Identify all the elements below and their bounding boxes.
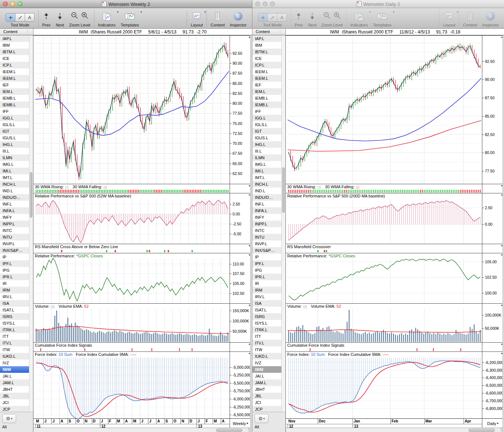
list-item[interactable]: INVP.L (252, 240, 282, 247)
list-item[interactable]: INFY (252, 214, 282, 221)
panel-rp[interactable]: Relative Performance vs S&P 500 (200D MA… (286, 193, 504, 244)
list-item[interactable]: IEF (0, 82, 29, 88)
action-gear-button[interactable]: ⚙▾ (2, 414, 16, 423)
list-item[interactable]: ITRK.L (252, 326, 282, 333)
axis-cfi[interactable]: ▾ (482, 343, 503, 351)
indicators-button[interactable]: ▾ Indicators (348, 10, 371, 28)
list-item[interactable]: ICP.L (252, 62, 282, 68)
panel-mans[interactable]: RS Mansfield Crossover▾ (286, 244, 504, 253)
list-item[interactable]: IVZ (0, 360, 29, 366)
axis-vol[interactable]: ▾100,000K50,000K (482, 304, 503, 342)
list-item[interactable]: INX/S&P… (0, 247, 29, 254)
list-item[interactable]: INTU (252, 234, 282, 240)
list-item[interactable]: JCI (252, 399, 282, 406)
list-item[interactable]: INTC (252, 227, 282, 234)
list-item[interactable]: ICE (252, 55, 282, 62)
list-item[interactable]: ILMN (0, 154, 29, 161)
list-item[interactable]: IRV.L (0, 293, 29, 300)
axis-vol[interactable]: ▾150,000K100,000K50,000K (230, 304, 251, 342)
list-item[interactable]: IEEM.L (0, 68, 29, 75)
panel-wma[interactable]: 30 WMA Rising:|||30 WMA Falling:|||▾ (33, 184, 252, 193)
list-item[interactable]: IR (252, 280, 282, 287)
list-item[interactable]: IP (0, 254, 29, 260)
sidebar-scrollbar[interactable] (281, 35, 285, 412)
list-item[interactable]: IBM (252, 42, 282, 49)
axis-gspc[interactable]: ▾110.00107.50105.00102.50 (230, 253, 251, 303)
axis-force[interactable]: ▾-6,200,000,-6,300,000,-6,400,000,-6,500… (482, 352, 503, 418)
list-item[interactable]: ISYS.L (0, 320, 29, 326)
list-item[interactable]: IPG (252, 267, 282, 274)
axis-wma[interactable]: ▾ (230, 184, 251, 193)
list-item[interactable]: JAM.L (0, 379, 29, 386)
list-item[interactable]: IEMB.L (0, 101, 29, 108)
list-item[interactable]: IEEM.L (252, 75, 282, 82)
list-item[interactable]: ITRK.L (0, 326, 29, 333)
list-item[interactable]: INFA.L (0, 207, 29, 214)
tool-mode-pointer-button[interactable] (6, 14, 15, 21)
list-item[interactable]: IRV.L (252, 293, 282, 300)
content-button[interactable]: Content (208, 10, 227, 28)
list-item[interactable]: ITW (252, 346, 282, 353)
list-item[interactable]: JAM.L (252, 379, 282, 386)
list-item[interactable]: IMT.L (0, 174, 29, 181)
list-item[interactable]: ITV.L (252, 340, 282, 346)
panel-rp[interactable]: Relative Performance vs S&P 500 (52W MA … (33, 193, 252, 244)
list-item[interactable]: IPG (0, 267, 29, 274)
list-item[interactable]: IGLS.L (252, 121, 282, 128)
list-item[interactable]: ISA (252, 300, 282, 307)
list-item[interactable]: III.L (0, 148, 29, 154)
list-item[interactable]: JAI.L (0, 373, 29, 379)
list-item[interactable]: IBTM.L (252, 49, 282, 55)
list-item[interactable]: ISRG (252, 313, 282, 320)
list-item[interactable]: IR (0, 280, 29, 287)
list-item[interactable]: IAP.L (0, 35, 29, 42)
list-item-selected[interactable]: IWM (252, 366, 282, 373)
list-item[interactable]: ITT (0, 333, 29, 340)
list-item[interactable]: ILMN (252, 154, 282, 161)
list-item[interactable]: IGT (252, 128, 282, 135)
list-item[interactable]: IP (252, 254, 282, 260)
sidebar-scrollbar[interactable] (29, 35, 33, 412)
list-item[interactable]: IGUS.L (252, 135, 282, 141)
scrollbar-thumb[interactable] (30, 172, 32, 218)
axis-gspc[interactable]: ▾105.00102.50100.00 (482, 253, 503, 303)
panel-price[interactable]: ▾92.5090.0087.5085.0082.5080.0077.5075.0… (33, 35, 252, 184)
axis-mans[interactable]: ▾ (482, 244, 503, 253)
panel-mans[interactable]: RS Mansfield Cross Above or Below Zero L… (33, 244, 252, 253)
vertical-scroll-strip[interactable] (503, 35, 504, 432)
list-item[interactable]: JBHT (252, 386, 282, 393)
panel-force[interactable]: Force Index: 10 Sum Force Index Cumulati… (33, 351, 252, 418)
list-item[interactable]: ICP.L (0, 62, 29, 68)
list-item[interactable]: IGG.L (252, 115, 282, 121)
tool-mode-pointer-button[interactable] (258, 14, 267, 21)
axis-force[interactable]: ▾-5,000,000,-5,250,000,-5,500,000,-5,750… (230, 352, 251, 418)
zoom-in-icon[interactable] (81, 11, 89, 21)
tool-mode-text-button[interactable]: A (25, 14, 34, 21)
list-item[interactable]: ITT (252, 333, 282, 340)
list-item[interactable]: INFY (0, 214, 29, 221)
layout-button[interactable]: ▾ Layout (188, 10, 205, 28)
axis-mans[interactable]: ▾ (230, 244, 251, 253)
list-item[interactable]: ICE (0, 55, 29, 62)
list-item[interactable]: IFF (0, 108, 29, 115)
list-item[interactable]: INTC (0, 227, 29, 234)
panel-price[interactable]: ▾92.5090.0087.5085.0082.5080.0077.50 (286, 35, 504, 184)
panel-gspc[interactable]: Relative Performance: ^GSPC Closes▾105.0… (286, 253, 504, 303)
list-item[interactable]: IND.L (0, 188, 29, 194)
list-item[interactable]: IFF (252, 108, 282, 115)
list-item[interactable]: INFA.L (252, 207, 282, 214)
list-item[interactable]: JCI (0, 399, 29, 406)
list-item[interactable]: INX/S&P… (252, 247, 282, 254)
list-item[interactable]: INPP.L (0, 221, 29, 227)
scrollbar-thumb[interactable] (282, 167, 285, 213)
horizontal-scrollbar[interactable] (33, 428, 252, 432)
list-item[interactable]: IHG.L (0, 141, 29, 148)
list-item[interactable]: IPR.L (252, 274, 282, 280)
tool-mode-line-button[interactable] (267, 14, 277, 21)
inspector-button[interactable]: i Inspector (227, 10, 249, 28)
list-item[interactable]: JBL (0, 393, 29, 399)
next-button[interactable]: Next (53, 10, 67, 28)
list-item[interactable]: IAP.L (252, 35, 282, 42)
prev-button[interactable]: Prev (40, 10, 53, 28)
list-item[interactable]: INF.L (0, 201, 29, 207)
